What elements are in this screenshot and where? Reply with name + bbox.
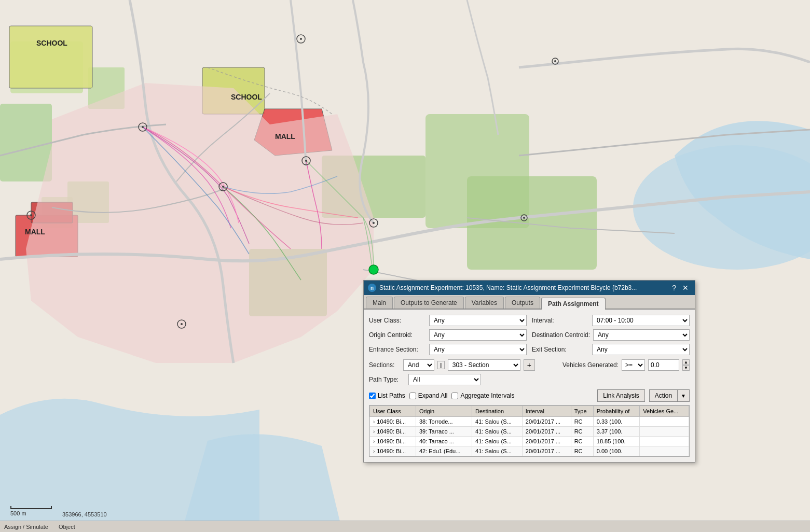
svg-point-22: [305, 160, 307, 162]
svg-point-30: [300, 38, 302, 40]
dialog-title: Static Assignment Experiment: 10535, Nam…: [379, 284, 667, 291]
dialog-body: User Class: Any Interval: 07:00 - 10:00 …: [364, 310, 695, 462]
table-row[interactable]: ›10490: Bi... 38: Torrode... 41: Salou (…: [370, 417, 689, 427]
svg-point-26: [181, 323, 183, 325]
cell-interval: 20/01/2017 ...: [522, 427, 571, 437]
scale-line: [10, 506, 52, 509]
cell-user-class: ›10490: Bi...: [370, 427, 416, 437]
vehicles-spinner-up[interactable]: ▲: [682, 359, 690, 365]
aggregate-intervals-label: Aggregate Intervals: [460, 392, 514, 399]
svg-text:MALL: MALL: [275, 132, 295, 141]
cell-vehicles: [640, 417, 689, 427]
user-class-row: User Class: Any: [369, 315, 527, 326]
svg-point-34: [554, 60, 556, 62]
sections-vehicles-row: Sections: And Or || 303 - Section + Vehi…: [369, 359, 690, 371]
status-assign: Assign / Simulate: [4, 524, 48, 530]
col-destination: Destination: [472, 406, 523, 417]
tab-path-assignment[interactable]: Path Assignment: [541, 298, 606, 310]
col-type: Type: [571, 406, 593, 417]
exit-section-select[interactable]: Any: [592, 344, 690, 355]
results-table-container: User Class Origin Destination Interval T…: [369, 405, 690, 457]
tab-variables[interactable]: Variables: [465, 297, 504, 309]
vehicles-op-select[interactable]: >= <= =: [622, 359, 645, 371]
table-row[interactable]: ›10490: Bi... 39: Tarraco ... 41: Salou …: [370, 427, 689, 437]
interval-select[interactable]: 07:00 - 10:00: [592, 315, 690, 326]
aggregate-intervals-checkbox-label[interactable]: Aggregate Intervals: [451, 392, 514, 399]
interval-label: Interval:: [532, 317, 589, 324]
entrance-section-row: Entrance Section: Any: [369, 344, 527, 355]
exit-section-label: Exit Section:: [532, 346, 589, 353]
cell-probability: 0.00 (100.: [593, 446, 640, 456]
sections-label: Sections:: [369, 361, 400, 369]
cell-vehicles: [640, 446, 689, 456]
expand-all-checkbox-label[interactable]: Expand All: [409, 392, 448, 399]
cell-interval: 20/01/2017 ...: [522, 437, 571, 446]
cell-origin: 40: Tarraco ...: [416, 437, 472, 446]
svg-text:SCHOOL: SCHOOL: [231, 93, 262, 101]
cell-type: RC: [571, 437, 593, 446]
entrance-section-label: Entrance Section:: [369, 346, 426, 353]
sections-and-select[interactable]: And Or: [403, 359, 434, 371]
cell-vehicles: [640, 427, 689, 437]
cell-type: RC: [571, 417, 593, 427]
table-row[interactable]: ›10490: Bi... 40: Tarraco ... 41: Salou …: [370, 437, 689, 446]
dialog-titlebar: n Static Assignment Experiment: 10535, N…: [364, 281, 695, 295]
cell-user-class: ›10490: Bi...: [370, 437, 416, 446]
dialog-icon: n: [368, 284, 376, 292]
col-interval: Interval: [522, 406, 571, 417]
aggregate-intervals-checkbox[interactable]: [451, 393, 458, 399]
svg-point-20: [222, 186, 224, 188]
link-analysis-button[interactable]: Link Analysis: [597, 389, 644, 402]
list-paths-checkbox-label[interactable]: List Paths: [369, 392, 405, 399]
vehicles-spinner-down[interactable]: ▼: [682, 365, 690, 371]
cell-origin: 38: Torrode...: [416, 417, 472, 427]
entrance-section-select[interactable]: Any: [429, 344, 527, 355]
cell-type: RC: [571, 427, 593, 437]
cell-destination: 41: Salou (S...: [472, 427, 523, 437]
tab-main[interactable]: Main: [366, 297, 393, 309]
expand-all-checkbox[interactable]: [409, 393, 416, 399]
sections-add-button[interactable]: +: [524, 359, 535, 371]
coordinates: 353966, 4553510: [62, 511, 107, 517]
action-button[interactable]: Action: [649, 389, 677, 402]
form-grid: User Class: Any Interval: 07:00 - 10:00 …: [369, 315, 690, 355]
vehicles-spinner: ▲ ▼: [682, 359, 690, 371]
sections-section-select[interactable]: 303 - Section: [448, 359, 520, 371]
tabs-bar: Main Outputs to Generate Variables Outpu…: [364, 295, 695, 310]
svg-text:SCHOOL: SCHOOL: [36, 39, 67, 47]
sections-mini-icon[interactable]: ||: [437, 361, 445, 369]
cell-type: RC: [571, 446, 593, 456]
tab-outputs[interactable]: Outputs: [505, 297, 540, 309]
tab-outputs-to-generate[interactable]: Outputs to Generate: [394, 297, 464, 309]
vehicles-value-input[interactable]: [648, 359, 679, 371]
dialog: n Static Assignment Experiment: 10535, N…: [363, 280, 695, 463]
svg-point-18: [142, 126, 144, 128]
svg-point-28: [30, 214, 32, 216]
svg-point-24: [373, 222, 375, 224]
table-row[interactable]: ›10490: Bi... 42: Edu1 (Edu... 41: Salou…: [370, 446, 689, 456]
dialog-title-controls: ? ✕: [670, 284, 691, 291]
user-class-label: User Class:: [369, 317, 426, 324]
col-vehicles: Vehicles Ge...: [640, 406, 689, 417]
cell-origin: 42: Edu1 (Edu...: [416, 446, 472, 456]
path-type-select[interactable]: All: [408, 374, 481, 385]
action-btn-group: Action ▼: [649, 389, 690, 402]
cell-user-class: ›10490: Bi...: [370, 417, 416, 427]
destination-centroid-label: Destination Centroid:: [532, 331, 590, 339]
col-probability: Probability of: [593, 406, 640, 417]
cell-probability: 18.85 (100.: [593, 437, 640, 446]
scale-label: 500 m: [10, 510, 26, 516]
origin-centroid-select[interactable]: Any: [429, 329, 527, 341]
user-class-select[interactable]: Any: [429, 315, 527, 326]
scale-bar: 500 m: [10, 506, 52, 516]
cell-vehicles: [640, 437, 689, 446]
status-object: Object: [59, 524, 75, 530]
dialog-help-button[interactable]: ?: [670, 284, 678, 291]
svg-point-32: [523, 217, 525, 219]
status-bar: Assign / Simulate Object: [0, 521, 810, 532]
action-dropdown-button[interactable]: ▼: [677, 389, 690, 402]
destination-centroid-select[interactable]: Any: [593, 329, 690, 341]
dialog-close-button[interactable]: ✕: [680, 284, 691, 291]
list-paths-checkbox[interactable]: [369, 393, 376, 399]
table-header-row: User Class Origin Destination Interval T…: [370, 406, 689, 417]
